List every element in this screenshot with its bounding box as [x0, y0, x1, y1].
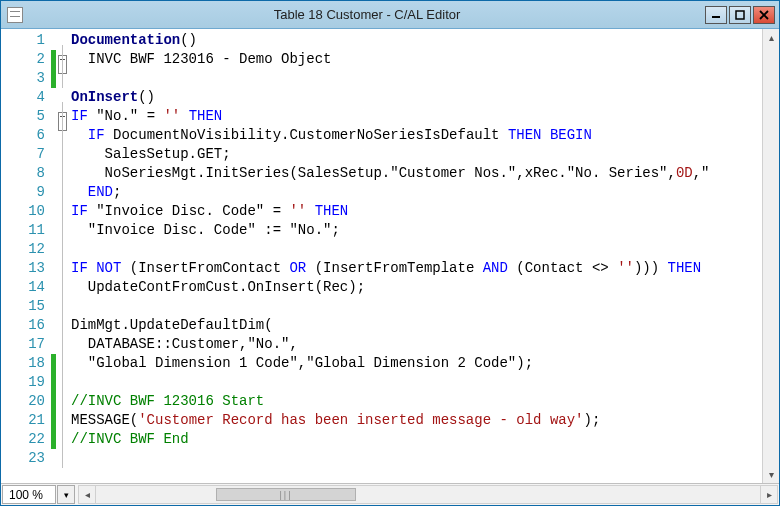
maximize-icon: [735, 10, 745, 20]
zoom-dropdown-button[interactable]: ▾: [57, 485, 75, 504]
fold-cell: [57, 107, 71, 126]
code-line[interactable]: OnInsert(): [71, 88, 779, 107]
zoom-level[interactable]: 100 %: [2, 485, 56, 504]
code-line[interactable]: IF DocumentNoVisibility.CustomerNoSeries…: [71, 126, 779, 145]
fold-gutter: [57, 29, 71, 483]
fold-cell: [57, 316, 71, 335]
line-number: 18: [13, 354, 51, 373]
fold-cell: [57, 164, 71, 183]
code-line[interactable]: MESSAGE('Customer Record has been insert…: [71, 411, 779, 430]
fold-cell: [57, 183, 71, 202]
fold-cell: [57, 145, 71, 164]
code-line[interactable]: SalesSetup.GET;: [71, 145, 779, 164]
code-line[interactable]: "Invoice Disc. Code" := "No.";: [71, 221, 779, 240]
line-number: 17: [13, 335, 51, 354]
scroll-up-arrow-icon[interactable]: ▴: [763, 29, 779, 46]
svg-rect-1: [736, 11, 744, 19]
code-line[interactable]: //INVC BWF End: [71, 430, 779, 449]
hscroll-track[interactable]: |||: [96, 486, 760, 503]
code-text-area[interactable]: Documentation() INVC BWF 123016 - Demo O…: [71, 29, 779, 483]
fold-cell: [57, 221, 71, 240]
line-number: 3: [13, 69, 51, 88]
window-icon: [7, 7, 23, 23]
fold-cell: [57, 297, 71, 316]
fold-cell: [57, 202, 71, 221]
code-line[interactable]: DATABASE::Customer,"No.",: [71, 335, 779, 354]
code-line[interactable]: NoSeriesMgt.InitSeries(SalesSetup."Custo…: [71, 164, 779, 183]
code-line[interactable]: [71, 297, 779, 316]
code-line[interactable]: [71, 449, 779, 468]
code-line[interactable]: DimMgt.UpdateDefaultDim(: [71, 316, 779, 335]
code-line[interactable]: "Global Dimension 1 Code","Global Dimens…: [71, 354, 779, 373]
line-number: 14: [13, 278, 51, 297]
fold-cell[interactable]: [57, 88, 71, 107]
line-number: 19: [13, 373, 51, 392]
code-line[interactable]: //INVC BWF 123016 Start: [71, 392, 779, 411]
titlebar[interactable]: Table 18 Customer - C/AL Editor: [1, 1, 779, 29]
close-icon: [759, 10, 769, 20]
status-bar: 100 % ▾ ◂ ||| ▸: [1, 483, 779, 505]
code-line[interactable]: [71, 69, 779, 88]
minimize-button[interactable]: [705, 6, 727, 24]
close-button[interactable]: [753, 6, 775, 24]
maximize-button[interactable]: [729, 6, 751, 24]
line-number: 20: [13, 392, 51, 411]
fold-cell: [57, 373, 71, 392]
line-number: 5: [13, 107, 51, 126]
hscroll-thumb[interactable]: |||: [216, 488, 356, 501]
line-number: 22: [13, 430, 51, 449]
fold-cell: [57, 259, 71, 278]
code-line[interactable]: IF "Invoice Disc. Code" = '' THEN: [71, 202, 779, 221]
fold-cell: [57, 278, 71, 297]
line-number: 10: [13, 202, 51, 221]
scroll-down-arrow-icon[interactable]: ▾: [763, 466, 779, 483]
fold-cell: [57, 430, 71, 449]
fold-cell: [57, 240, 71, 259]
gutter-spacer: [1, 29, 13, 483]
line-number: 21: [13, 411, 51, 430]
code-line[interactable]: END;: [71, 183, 779, 202]
line-number: 11: [13, 221, 51, 240]
editor-area: 1234567891011121314151617181920212223 Do…: [1, 29, 779, 483]
code-line[interactable]: IF NOT (InsertFromContact OR (InsertFrom…: [71, 259, 779, 278]
code-line[interactable]: [71, 373, 779, 392]
line-number: 13: [13, 259, 51, 278]
line-number: 8: [13, 164, 51, 183]
line-number: 4: [13, 88, 51, 107]
horizontal-scrollbar[interactable]: ◂ ||| ▸: [78, 485, 778, 504]
vertical-scrollbar[interactable]: ▴ ▾: [762, 29, 779, 483]
scroll-right-arrow-icon[interactable]: ▸: [760, 486, 777, 503]
minimize-icon: [711, 10, 721, 20]
line-number: 16: [13, 316, 51, 335]
code-line[interactable]: Documentation(): [71, 31, 779, 50]
line-number: 1: [13, 31, 51, 50]
line-number-gutter: 1234567891011121314151617181920212223: [13, 29, 51, 483]
code-line[interactable]: UpdateContFromCust.OnInsert(Rec);: [71, 278, 779, 297]
code-line[interactable]: [71, 240, 779, 259]
line-number: 6: [13, 126, 51, 145]
code-line[interactable]: INVC BWF 123016 - Demo Object: [71, 50, 779, 69]
fold-cell[interactable]: [57, 31, 71, 50]
scroll-left-arrow-icon[interactable]: ◂: [79, 486, 96, 503]
fold-cell: [57, 335, 71, 354]
fold-cell: [57, 411, 71, 430]
line-number: 9: [13, 183, 51, 202]
line-number: 2: [13, 50, 51, 69]
code-line[interactable]: IF "No." = '' THEN: [71, 107, 779, 126]
fold-cell: [57, 354, 71, 373]
line-number: 7: [13, 145, 51, 164]
window-title: Table 18 Customer - C/AL Editor: [29, 7, 705, 22]
window-controls: [705, 6, 775, 24]
fold-cell: [57, 126, 71, 145]
line-number: 23: [13, 449, 51, 468]
fold-cell: [57, 50, 71, 69]
fold-cell: [57, 392, 71, 411]
line-number: 15: [13, 297, 51, 316]
fold-cell: [57, 449, 71, 468]
fold-cell: [57, 69, 71, 88]
line-number: 12: [13, 240, 51, 259]
